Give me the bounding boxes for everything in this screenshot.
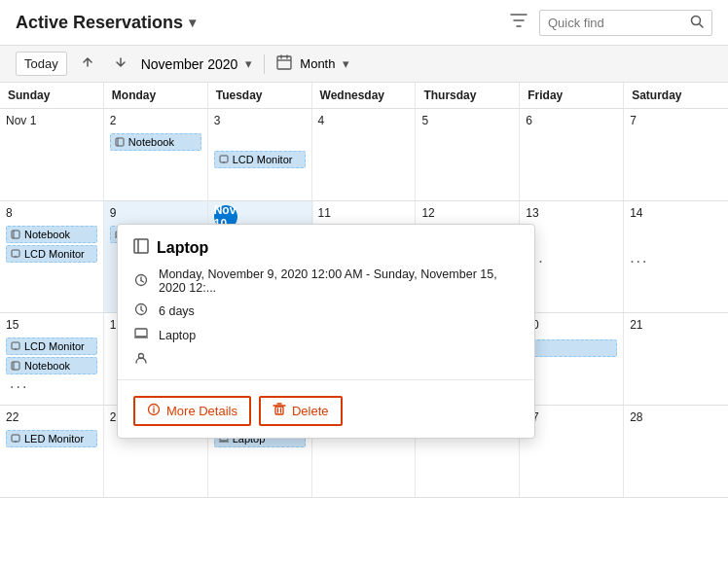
reservation-popup: Laptop Monday, November 9, 2020 12:00 AM…	[117, 224, 535, 439]
popup-item-icon	[133, 238, 149, 258]
svg-rect-36	[275, 407, 283, 414]
search-icon[interactable]	[690, 15, 704, 31]
more-dots-nov15[interactable]: ···	[6, 376, 97, 398]
date-nov13: 13	[526, 206, 538, 220]
popup-duration-row: 6 days	[118, 299, 534, 323]
date-nov6: 6	[526, 114, 532, 127]
date-nov22: 22	[6, 410, 18, 424]
filter-icon[interactable]	[506, 8, 531, 37]
date-nov11: 11	[318, 206, 331, 220]
more-dots-nov14[interactable]: ···	[630, 253, 648, 269]
toolbar-separator	[264, 54, 265, 74]
lcdmonitor-bar-w2[interactable]: LCD Monitor	[6, 245, 97, 263]
delete-label: Delete	[292, 404, 329, 418]
day-header-thursday: Thursday	[416, 83, 520, 108]
popup-title-text: Laptop	[157, 239, 208, 257]
date-nov21: 21	[630, 318, 642, 332]
popup-user-row	[118, 347, 534, 372]
day-header-monday: Monday	[104, 83, 208, 108]
day-header-sunday: Sunday	[0, 83, 104, 108]
cell-nov2: 2 Notebook	[104, 109, 208, 200]
day-header-saturday: Saturday	[624, 83, 728, 108]
popup-duration-text: 6 days	[159, 304, 195, 318]
cell-nov6: 6	[520, 109, 624, 200]
svg-line-1	[700, 23, 704, 27]
popup-date-text: Monday, November 9, 2020 12:00 AM - Sund…	[159, 267, 519, 295]
search-input[interactable]	[548, 16, 684, 30]
date-chevron[interactable]: ▾	[245, 56, 252, 71]
svg-rect-6	[116, 138, 124, 146]
more-details-button[interactable]: More Details	[133, 396, 251, 426]
svg-rect-30	[135, 329, 147, 337]
popup-item-row: Laptop	[118, 323, 534, 347]
date-nov12: 12	[421, 206, 434, 220]
today-button[interactable]: Today	[16, 52, 67, 76]
cell-nov1: Nov 1	[0, 109, 104, 200]
cell-nov7: 7	[624, 109, 728, 200]
cell-nov27: 27	[520, 406, 624, 497]
week2-sun-bars: Notebook LCD Monitor	[6, 226, 97, 263]
date-nov4: 4	[318, 114, 325, 127]
delete-button[interactable]: Delete	[259, 396, 343, 426]
search-box	[539, 10, 712, 36]
view-chevron[interactable]: ▾	[343, 56, 349, 71]
led-bar-w4[interactable]: LED Monitor	[6, 430, 97, 447]
svg-rect-20	[12, 435, 19, 442]
date-nov8: 8	[6, 206, 13, 220]
cell-nov28: 28	[624, 406, 728, 497]
header-right	[506, 8, 712, 37]
day-header-friday: Friday	[520, 83, 624, 108]
nav-up-button[interactable]	[75, 52, 100, 76]
notebook-bar-w1[interactable]: Notebook	[110, 133, 201, 151]
nav-down-button[interactable]	[108, 52, 133, 76]
week4-sun-bars: LED Monitor	[6, 430, 97, 447]
day-header-wednesday: Wednesday	[312, 83, 417, 108]
notebook-bar-w3[interactable]: Notebook	[6, 357, 97, 374]
calendar-icon	[276, 54, 292, 73]
title-chevron[interactable]: ▾	[189, 15, 196, 30]
cell-nov14: 14 ···	[624, 201, 728, 312]
date-nov7: 7	[630, 114, 637, 127]
cell-nov3: 3 LCD Monitor	[208, 109, 312, 200]
current-date-label: November 2020	[141, 56, 238, 72]
date-nov1: Nov 1	[6, 114, 36, 127]
app-header: Active Reservations ▾	[0, 0, 728, 46]
res-bar-w3-fri[interactable]	[526, 339, 617, 357]
popup-item-name: Laptop	[159, 329, 196, 342]
day-header-tuesday: Tuesday	[208, 83, 312, 108]
svg-rect-10	[12, 231, 19, 238]
cell-nov4: 4	[312, 109, 417, 200]
popup-title-row: Laptop	[118, 225, 534, 264]
popup-duration-icon	[133, 302, 149, 319]
date-nov5: 5	[421, 114, 428, 127]
cell-nov15: 15 LCD Monitor Notebook ···	[0, 313, 104, 405]
popup-laptop-icon	[133, 327, 149, 343]
app-title-area: Active Reservations ▾	[16, 13, 196, 33]
notebook-bar-label: Notebook	[128, 136, 174, 148]
cell-nov8: 8 Notebook LCD Monitor	[0, 201, 104, 312]
popup-divider	[118, 379, 534, 380]
svg-rect-8	[220, 156, 228, 162]
svg-rect-2	[277, 56, 291, 69]
notebook-bar-w2[interactable]: Notebook	[6, 226, 97, 243]
week3-sun-bars: LCD Monitor Notebook ···	[6, 338, 97, 398]
cell-nov20: 20	[520, 313, 624, 405]
popup-user-icon	[133, 351, 149, 368]
date-nov15: 15	[6, 318, 18, 332]
cell-nov5: 5	[416, 109, 520, 200]
popup-actions: More Details Delete	[118, 388, 534, 438]
delete-icon	[273, 403, 286, 419]
date-nov2: 2	[110, 114, 117, 127]
date-nov14: 14	[630, 206, 642, 220]
svg-rect-16	[12, 342, 19, 349]
lcdmon-bar-w3[interactable]: LCD Monitor	[6, 338, 97, 355]
svg-point-35	[153, 406, 155, 408]
popup-date-row: Monday, November 9, 2020 12:00 AM - Sund…	[118, 264, 534, 299]
cell-nov13: 13 ···	[520, 201, 624, 312]
cell-nov21: 21	[624, 313, 728, 405]
calendar-week-1: Nov 1 2 Notebook 3 LCD Monitor 4	[0, 109, 728, 201]
date-nov3: 3	[214, 114, 221, 127]
svg-rect-12	[12, 250, 19, 257]
toolbar: Today November 2020 ▾ Month ▾	[0, 46, 728, 83]
lcd-bar-w1[interactable]: LCD Monitor	[214, 151, 306, 168]
